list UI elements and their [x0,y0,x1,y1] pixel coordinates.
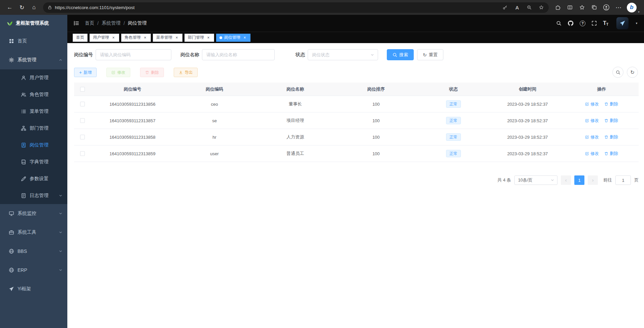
sidebar-item-yi-framework[interactable]: Yi框架 [0,280,67,298]
row-checkbox[interactable] [80,118,85,123]
id-badge-icon [21,142,26,148]
back-icon: ← [7,4,13,11]
reset-button[interactable]: ↻ 重置 [417,49,443,60]
sidebar-item-system-tools[interactable]: 系统工具 [0,223,67,242]
status-select[interactable]: 岗位状态 [308,49,378,60]
refresh-table-button[interactable]: ↻ [627,67,638,78]
sidebar-item-system-monitor[interactable]: 系统监控 [0,204,67,223]
goto-page-input[interactable] [615,175,631,185]
sidebar-item-menus[interactable]: 菜单管理 [0,103,67,120]
modify-button[interactable]: 修改 [106,68,130,77]
zoom-indicator-icon[interactable] [524,3,534,12]
tab-close-icon[interactable]: × [206,35,211,40]
sidebar-item-posts[interactable]: 岗位管理 [0,137,67,154]
breadcrumb-home[interactable]: 首页 [85,20,94,26]
sidebar-item-logs[interactable]: 日志管理 [0,187,67,204]
row-edit-link[interactable]: 修改 [585,134,599,140]
post-code-input[interactable] [96,49,171,60]
sidebar-fold-icon[interactable] [73,20,79,26]
cell-post-name: 项目经理 [255,118,336,124]
github-icon[interactable] [568,20,574,26]
tab-close-icon[interactable]: × [242,35,247,40]
row-delete-link[interactable]: 删除 [604,151,618,157]
page-number-button[interactable]: 1 [574,175,584,185]
trash-icon [604,102,608,106]
monitor-icon [9,211,14,216]
cell-post-sort: 100 [336,135,416,140]
tab-close-icon[interactable]: × [143,35,147,40]
favorites-button[interactable] [576,2,588,13]
sidebar-item-system-management[interactable]: 系统管理 [0,51,67,69]
sidebar-item-dictionaries[interactable]: 字典管理 [0,154,67,170]
row-delete-link[interactable]: 删除 [604,118,618,124]
row-edit-link[interactable]: 修改 [585,151,599,157]
post-name-input[interactable] [202,49,275,60]
column-header-status: 状态 [416,86,490,92]
search-button[interactable]: 搜索 [387,49,414,60]
add-button[interactable]: + 新增 [74,68,97,77]
delete-button[interactable]: 删除 [140,68,164,77]
tab-dept-management[interactable]: 部门管理 × [184,34,214,42]
next-page-button[interactable]: › [588,175,598,185]
row-actions: 修改 删除 [565,101,639,107]
sidebar-item-erp[interactable]: ERP [0,261,67,280]
row-edit-link[interactable]: 修改 [585,118,599,124]
font-size-icon[interactable]: TT [603,20,608,26]
app-logo[interactable]: 意框架管理系统 [0,15,67,32]
browser-profile-button[interactable] [601,2,612,13]
page-size-select[interactable]: 10条/页 [514,175,557,185]
tab-home[interactable]: 首页 [73,34,88,42]
row-checkbox[interactable] [80,102,85,106]
row-actions: 修改 删除 [565,151,639,157]
sidebar-item-users[interactable]: 用户管理 [0,69,67,86]
copilot-caret-icon[interactable]: ▼ [638,11,640,13]
row-checkbox[interactable] [80,135,85,139]
tab-close-icon[interactable]: × [174,35,179,40]
read-aloud-icon[interactable]: A [512,3,522,12]
extensions-button[interactable] [552,2,564,13]
browser-settings-button[interactable]: ⋯ [613,2,624,13]
tab-menu-management[interactable]: 菜单管理 × [153,34,182,42]
address-bar[interactable]: https://ccnetcore.com:1101/system/post A [43,2,549,13]
toggle-search-button[interactable] [612,67,623,78]
user-avatar[interactable] [616,17,629,29]
trash-icon [145,70,149,74]
add-favorite-star-icon[interactable] [537,3,546,12]
tab-role-management[interactable]: 角色管理 × [121,34,151,42]
prev-page-button[interactable]: ‹ [561,175,571,185]
row-edit-link[interactable]: 修改 [585,101,599,107]
sidebar-item-bbs[interactable]: BBS [0,242,67,261]
pagination: 共 4 条 10条/页 ‹ 1 › 前往 页 [74,175,639,185]
sidebar-item-home[interactable]: 首页 [0,32,67,51]
browser-back-button[interactable]: ← [4,2,15,13]
tab-close-icon[interactable]: × [111,35,116,40]
search-icon [393,53,397,57]
export-button[interactable]: 导出 [174,68,198,77]
row-delete-link[interactable]: 删除 [604,134,618,140]
table-row: 1641030593112313859 user 普通员工 100 正常 202… [74,145,639,162]
chevron-down-icon [59,249,63,253]
collections-button[interactable] [588,2,600,13]
row-delete-link[interactable]: 删除 [604,101,618,107]
sidebar-item-departments[interactable]: 部门管理 [0,120,67,137]
browser-refresh-button[interactable]: ↻ [16,2,28,13]
select-all-checkbox[interactable] [80,87,85,92]
sidebar-item-parameters[interactable]: 参数设置 [0,170,67,187]
help-question-icon[interactable]: ? [580,21,585,26]
column-header-post-sort: 岗位排序 [336,86,416,92]
url-text: https://ccnetcore.com:1101/system/post [55,5,498,10]
avatar-caret-down-icon[interactable]: ▼ [635,22,638,25]
tab-post-management[interactable]: 岗位管理 × [216,34,250,42]
header-search-icon[interactable] [556,21,562,26]
copilot-button[interactable]: b [627,3,637,12]
menu-label: 角色管理 [30,92,48,98]
row-checkbox[interactable] [80,151,85,156]
browser-home-button[interactable]: ⌂ [28,2,40,13]
saved-password-key-icon[interactable] [500,3,510,12]
fullscreen-icon[interactable] [591,21,597,26]
toolbox-icon [9,230,14,235]
sidebar-item-roles[interactable]: 角色管理 [0,86,67,103]
tab-user-management[interactable]: 用户管理 × [90,34,119,42]
chevron-down-icon [59,230,63,234]
split-screen-button[interactable] [564,2,576,13]
